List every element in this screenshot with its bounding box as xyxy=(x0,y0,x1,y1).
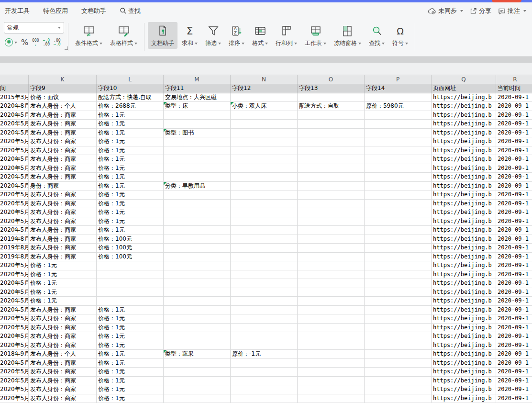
cell[interactable]: 2020-09-1 xyxy=(496,120,532,129)
cell[interactable] xyxy=(365,297,432,306)
symbol-button[interactable]: Ω 符号 xyxy=(389,22,411,49)
cell[interactable]: 价格：1元 xyxy=(97,306,164,315)
cell[interactable]: 发布人身份：商家 xyxy=(29,332,97,341)
cell[interactable]: 2020年5月 xyxy=(0,164,29,173)
cell[interactable] xyxy=(365,217,432,226)
cell[interactable] xyxy=(298,235,365,244)
cell[interactable] xyxy=(164,341,231,350)
cell[interactable]: 价格：1元 xyxy=(97,226,164,235)
cell[interactable] xyxy=(298,350,365,359)
cell[interactable] xyxy=(365,155,432,164)
cell[interactable]: https://beijing.b xyxy=(432,164,496,173)
cell[interactable] xyxy=(298,226,365,235)
cell[interactable] xyxy=(231,253,298,262)
cell[interactable] xyxy=(365,146,432,156)
cell[interactable]: https://beijing.b xyxy=(432,385,496,394)
cell[interactable]: 2020-09-1 xyxy=(496,306,532,315)
cell[interactable] xyxy=(231,297,298,306)
cell[interactable]: 2020年5月 xyxy=(0,146,29,156)
cell[interactable]: https://beijing.b xyxy=(432,182,496,191)
cell[interactable] xyxy=(231,120,298,129)
cell[interactable]: 价格：1元 xyxy=(97,394,164,403)
cell[interactable]: 发布人身份：商家 xyxy=(29,394,97,403)
cell[interactable] xyxy=(365,279,432,288)
cell[interactable]: 发布人身份：商家 xyxy=(29,137,97,146)
cell[interactable] xyxy=(164,120,231,129)
cell[interactable]: 2020-09-1 xyxy=(496,235,532,244)
cell[interactable] xyxy=(298,341,365,350)
cell[interactable] xyxy=(164,200,231,209)
cell[interactable]: 2020-09-1 xyxy=(496,190,532,200)
cell[interactable] xyxy=(164,261,231,270)
cell[interactable]: 价格：1元 xyxy=(97,208,164,217)
cell[interactable] xyxy=(231,288,298,297)
cell[interactable]: 2020年5月 xyxy=(0,377,29,386)
cell[interactable] xyxy=(231,306,298,315)
cell[interactable] xyxy=(365,235,432,244)
cell[interactable]: 价格：1元 xyxy=(29,270,97,280)
cell[interactable]: 字段14 xyxy=(365,84,432,93)
cell[interactable] xyxy=(164,394,231,403)
cell[interactable]: 2020-09-1 xyxy=(496,226,532,235)
cell[interactable] xyxy=(231,111,298,120)
cell[interactable]: 价格：1元 xyxy=(97,111,164,120)
cell[interactable]: 2020年5月 xyxy=(0,182,29,191)
cell[interactable]: https://beijing.b xyxy=(432,235,496,244)
cell[interactable] xyxy=(298,129,365,138)
cell[interactable]: 2020年5月 xyxy=(0,137,29,146)
column-header-M[interactable]: M xyxy=(164,75,231,84)
cell[interactable]: 价格：1元 xyxy=(97,146,164,156)
cell[interactable] xyxy=(231,146,298,156)
cell[interactable]: 2020-09-1 xyxy=(496,137,532,146)
cell[interactable]: 2020年5月 xyxy=(0,324,29,333)
cell[interactable]: 发布人身份：商家 xyxy=(29,377,97,386)
column-header-partial[interactable] xyxy=(0,75,29,84)
cell[interactable] xyxy=(365,306,432,315)
cell[interactable] xyxy=(231,200,298,209)
cell[interactable] xyxy=(365,190,432,200)
cell[interactable]: https://beijing.b xyxy=(432,270,496,280)
cell[interactable] xyxy=(298,173,365,182)
cell[interactable]: 字段13 xyxy=(298,84,365,93)
cell[interactable] xyxy=(164,226,231,235)
cell[interactable]: 2020-09-1 xyxy=(496,253,532,262)
cell[interactable]: 小类：双人床 xyxy=(231,102,298,111)
cell[interactable] xyxy=(298,270,365,280)
cell[interactable]: 价格：1元 xyxy=(29,261,97,270)
cell[interactable]: 价格：1元 xyxy=(97,314,164,324)
cell[interactable] xyxy=(365,314,432,324)
cell[interactable] xyxy=(164,137,231,146)
cell[interactable] xyxy=(365,244,432,253)
cell[interactable]: 2020年5月 xyxy=(0,359,29,368)
cell[interactable]: 价格：1元 xyxy=(97,164,164,173)
cell[interactable]: 2019年8月 xyxy=(0,235,29,244)
filter-button[interactable]: 筛选 xyxy=(202,22,224,49)
menu-special-apps[interactable]: 特色应用 xyxy=(36,2,75,19)
cell[interactable] xyxy=(231,244,298,253)
cell[interactable]: 2020-09-1 xyxy=(496,341,532,350)
cell[interactable]: 2020-09-1 xyxy=(496,208,532,217)
cell[interactable] xyxy=(164,288,231,297)
cell[interactable] xyxy=(365,129,432,138)
cell[interactable] xyxy=(365,359,432,368)
cell[interactable]: https://beijing.b xyxy=(432,394,496,403)
cell[interactable] xyxy=(231,332,298,341)
cell[interactable]: 发布人身份：商家 xyxy=(29,173,97,182)
cell[interactable] xyxy=(164,324,231,333)
cell[interactable]: 类型：蔬果 xyxy=(164,350,231,359)
cell[interactable] xyxy=(164,270,231,280)
cell[interactable]: 类型：图书 xyxy=(164,129,231,138)
cell[interactable]: 价格：100元 xyxy=(97,235,164,244)
cell[interactable]: 2020年5月 xyxy=(0,279,29,288)
cell[interactable] xyxy=(164,279,231,288)
cell[interactable] xyxy=(231,324,298,333)
column-header-R[interactable]: R xyxy=(496,75,532,84)
cell[interactable] xyxy=(298,377,365,386)
cell[interactable] xyxy=(231,93,298,102)
cell[interactable] xyxy=(164,111,231,120)
cell[interactable]: 发布人身份：商家 xyxy=(29,217,97,226)
cell[interactable] xyxy=(298,155,365,164)
cell[interactable]: 2020年5月 xyxy=(0,226,29,235)
cell[interactable]: 2019年8月 xyxy=(0,253,29,262)
cell[interactable]: 2020年5月 xyxy=(0,155,29,164)
